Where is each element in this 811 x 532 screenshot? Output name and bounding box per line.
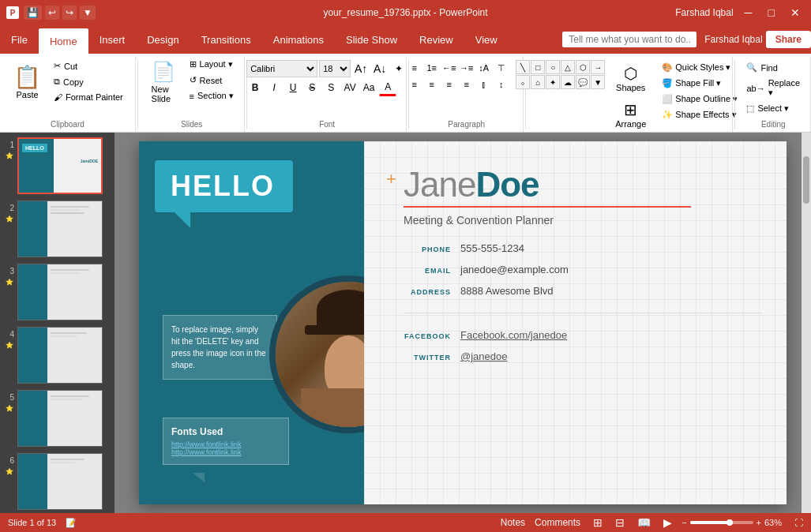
font-increase-button[interactable]: A↑ — [352, 60, 370, 77]
font-color-button[interactable]: A — [379, 79, 396, 96]
italic-button[interactable]: I — [265, 79, 283, 96]
fit-window-button[interactable]: ⛶ — [794, 518, 803, 527]
fonts-link-2[interactable]: http://www.fontlink.link — [171, 448, 280, 456]
col-button[interactable]: ⫿ — [476, 77, 492, 92]
close-button[interactable]: ✕ — [786, 5, 805, 21]
menu-view[interactable]: View — [464, 25, 509, 54]
font-row-1: Calibri 18 A↑ A↓ ✦ — [246, 60, 407, 77]
slide-thumb-3[interactable]: 3 ⭐ — [3, 262, 111, 322]
notes-button[interactable]: Notes — [501, 517, 525, 528]
shape-effects-button[interactable]: ✨ Shape Effects ▾ — [656, 107, 743, 122]
shape-cell[interactable]: 💬 — [576, 75, 590, 89]
line-spacing-button[interactable]: ↕ — [494, 77, 509, 92]
maximize-button[interactable]: □ — [764, 5, 779, 21]
slide-sorter-button[interactable]: ⊟ — [612, 515, 628, 530]
shape-cell[interactable]: ╲ — [516, 60, 530, 74]
quick-styles-button[interactable]: 🎨 Quick Styles ▾ — [656, 60, 743, 75]
slide-thumb-5[interactable]: 5 ⭐ — [3, 388, 111, 448]
change-case-button[interactable]: Aa — [360, 79, 377, 96]
font-size-select[interactable]: 18 — [319, 60, 351, 77]
phone-row: PHONE 555-555-1234 — [404, 242, 763, 254]
bullets-button[interactable]: ≡ — [407, 60, 422, 76]
section-button[interactable]: ≡ Section ▾ — [184, 88, 239, 103]
shape-cell[interactable]: ⬡ — [576, 60, 590, 74]
customize-button[interactable]: ▼ — [80, 6, 96, 20]
shape-outline-button[interactable]: ⬜ Shape Outline ▾ — [656, 92, 743, 107]
menu-file[interactable]: File — [0, 25, 39, 54]
replace-button[interactable]: ab→ Replace ▾ — [741, 76, 805, 100]
minimize-button[interactable]: ─ — [740, 5, 757, 21]
shape-cell[interactable]: ☁ — [561, 75, 575, 89]
shape-fill-button[interactable]: 🪣 Shape Fill ▾ — [656, 76, 743, 91]
font-decrease-button[interactable]: A↓ — [371, 60, 389, 77]
align-text-button[interactable]: ⊤ — [494, 60, 509, 76]
title-bar-left: P 💾 ↩ ↪ ▼ — [6, 6, 96, 20]
shape-cell[interactable]: ⌂ — [531, 75, 545, 89]
save-button[interactable]: 💾 — [24, 6, 42, 20]
cut-button[interactable]: ✂ Cut — [48, 58, 129, 73]
slide-thumb-4[interactable]: 4 ⭐ — [3, 325, 111, 385]
share-button[interactable]: Share — [766, 31, 811, 48]
vertical-scrollbar[interactable] — [802, 133, 811, 513]
find-button[interactable]: 🔍 Find — [741, 60, 805, 75]
align-right-button[interactable]: ≡ — [441, 77, 457, 92]
fonts-link-1[interactable]: http://www.fontlink.link — [171, 440, 280, 448]
reset-button[interactable]: ↺ Reset — [184, 73, 239, 88]
arrange-icon: ⊞ — [624, 100, 637, 119]
paste-button[interactable]: 📋 Paste — [6, 60, 48, 103]
underline-button[interactable]: U — [284, 79, 302, 96]
zoom-out-button[interactable]: − — [681, 518, 686, 527]
slide-thumb-2[interactable]: 2 ⭐ — [3, 199, 111, 259]
menu-animations[interactable]: Animations — [262, 25, 335, 54]
font-name-select[interactable]: Calibri — [246, 60, 317, 77]
format-painter-button[interactable]: 🖌 Format Painter — [48, 90, 129, 104]
shape-cell[interactable]: □ — [531, 60, 545, 74]
reading-view-button[interactable]: 📖 — [634, 515, 654, 530]
zoom-in-button[interactable]: + — [757, 518, 761, 527]
menu-design[interactable]: Design — [136, 25, 190, 54]
increase-indent-button[interactable]: →≡ — [459, 60, 475, 76]
redo-button[interactable]: ↪ — [62, 6, 77, 20]
decrease-indent-button[interactable]: ←≡ — [441, 60, 457, 76]
align-left-button[interactable]: ≡ — [407, 77, 422, 92]
justify-button[interactable]: ≡ — [459, 77, 475, 92]
new-slide-button[interactable]: 📄 New Slide — [145, 57, 182, 107]
menu-home[interactable]: Home — [39, 28, 88, 54]
numbering-button[interactable]: 1≡ — [424, 60, 440, 76]
zoom-slider[interactable] — [690, 521, 753, 524]
bold-button[interactable]: B — [246, 79, 264, 96]
comments-button[interactable]: Comments — [535, 517, 580, 528]
clear-format-button[interactable]: ✦ — [390, 60, 407, 77]
align-center-button[interactable]: ≡ — [424, 77, 440, 92]
menu-insert[interactable]: Insert — [88, 25, 137, 54]
strikethrough-button[interactable]: S — [303, 79, 321, 96]
normal-view-button[interactable]: ⊞ — [590, 515, 606, 530]
text-direction-button[interactable]: ↕A — [476, 60, 492, 76]
scroll-thumb[interactable] — [803, 156, 809, 204]
slide-thumb-6[interactable]: 6 ⭐ — [3, 451, 111, 511]
para-row-2: ≡ ≡ ≡ ≡ ⫿ ↕ — [407, 77, 527, 92]
menu-transitions[interactable]: Transitions — [190, 25, 262, 54]
shape-cell[interactable]: △ — [561, 60, 575, 74]
spacing-button[interactable]: AV — [341, 79, 359, 96]
shape-cell[interactable]: ⬦ — [516, 75, 530, 89]
copy-button[interactable]: ⧉ Copy — [48, 74, 129, 89]
menu-slideshow[interactable]: Slide Show — [335, 25, 408, 54]
shape-fill-label: Shape Fill ▾ — [675, 78, 721, 88]
layout-button[interactable]: ⊞ Layout ▾ — [184, 57, 239, 72]
shape-cell[interactable]: → — [591, 60, 605, 74]
canvas-area[interactable]: HELLO To replace image, simply hit the '… — [115, 133, 811, 513]
shape-cell[interactable]: ▼ — [591, 75, 605, 89]
undo-button[interactable]: ↩ — [45, 6, 59, 20]
shapes-button[interactable]: ⬡ Shapes — [610, 60, 651, 96]
shape-cell[interactable]: ✦ — [546, 75, 560, 89]
shadow-button[interactable]: S — [322, 79, 340, 96]
menu-review[interactable]: Review — [408, 25, 464, 54]
slide-thumb-1[interactable]: 1 ⭐ HELLO JaneDOE — [3, 136, 111, 196]
shape-cell[interactable]: ○ — [546, 60, 560, 74]
select-button[interactable]: ⬚ Select ▾ — [741, 101, 805, 116]
paragraph-buttons: ≡ 1≡ ←≡ →≡ ↕A ⊤ ⊞ ≡ ≡ ≡ ≡ ⫿ ↕ — [407, 57, 527, 92]
arrange-button[interactable]: ⊞ Arrange — [610, 96, 651, 133]
slideshow-button[interactable]: ▶ — [660, 515, 675, 530]
search-input[interactable] — [562, 32, 696, 47]
